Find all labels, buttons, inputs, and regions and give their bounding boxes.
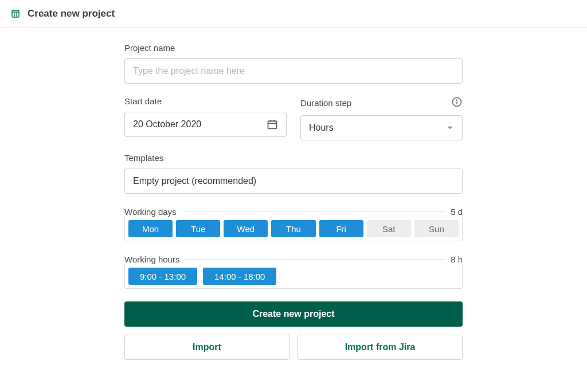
start-date-value: 20 October 2020 (133, 119, 201, 130)
start-date-label: Start date (124, 96, 287, 106)
day-toggle-wed[interactable]: Wed (224, 220, 268, 237)
start-date-group: Start date 20 October 2020 (124, 96, 287, 140)
import-jira-button[interactable]: Import from Jira (298, 335, 463, 360)
divider (185, 259, 445, 260)
working-hours-count: 8 h (445, 254, 463, 264)
working-days-label: Working days (124, 207, 182, 217)
calendar-icon (267, 119, 278, 130)
duration-step-value: Hours (309, 123, 334, 133)
duration-step-label: Duration step (300, 98, 351, 108)
form-container: Project name Start date 20 October 2020 (122, 43, 465, 360)
templates-select[interactable]: Empty project (recommended) (124, 168, 463, 194)
import-button[interactable]: Import (124, 335, 289, 360)
duration-step-group: Duration step Hours (300, 96, 463, 140)
info-icon[interactable] (451, 96, 463, 109)
page-title: Create new project (28, 8, 115, 19)
day-toggle-mon[interactable]: Mon (128, 220, 173, 237)
start-date-input[interactable]: 20 October 2020 (124, 112, 287, 137)
working-days-container: MonTueWedThuFriSatSun (124, 217, 463, 241)
create-project-button[interactable]: Create new project (124, 301, 463, 327)
day-toggle-sat[interactable]: Sat (367, 220, 411, 237)
divider (182, 211, 445, 212)
project-name-group: Project name (124, 43, 463, 84)
hour-range-1[interactable]: 14:00 - 18:00 (203, 268, 276, 285)
project-name-input[interactable] (124, 58, 463, 84)
templates-value: Empty project (recommended) (133, 176, 256, 186)
duration-step-select[interactable]: Hours (300, 115, 463, 140)
working-hours-container: 9:00 - 13:0014:00 - 18:00 (124, 264, 463, 289)
chevron-down-icon (446, 124, 454, 132)
day-toggle-fri[interactable]: Fri (319, 220, 363, 237)
svg-rect-4 (268, 121, 277, 128)
day-toggle-thu[interactable]: Thu (271, 220, 315, 237)
hour-range-0[interactable]: 9:00 - 13:00 (128, 268, 197, 285)
working-days-section: Working days 5 d MonTueWedThuFriSatSun (124, 206, 463, 241)
working-days-count: 5 d (445, 207, 463, 217)
svg-rect-0 (12, 10, 19, 17)
project-icon (10, 9, 21, 19)
working-hours-label: Working hours (124, 254, 185, 264)
working-hours-section: Working hours 8 h 9:00 - 13:0014:00 - 18… (124, 254, 463, 289)
day-toggle-sun[interactable]: Sun (414, 220, 459, 237)
templates-label: Templates (124, 153, 463, 163)
templates-group: Templates Empty project (recommended) (124, 153, 463, 194)
day-toggle-tue[interactable]: Tue (176, 220, 220, 237)
svg-point-10 (457, 100, 457, 100)
project-name-label: Project name (124, 43, 463, 53)
page-header: Create new project (0, 0, 587, 28)
